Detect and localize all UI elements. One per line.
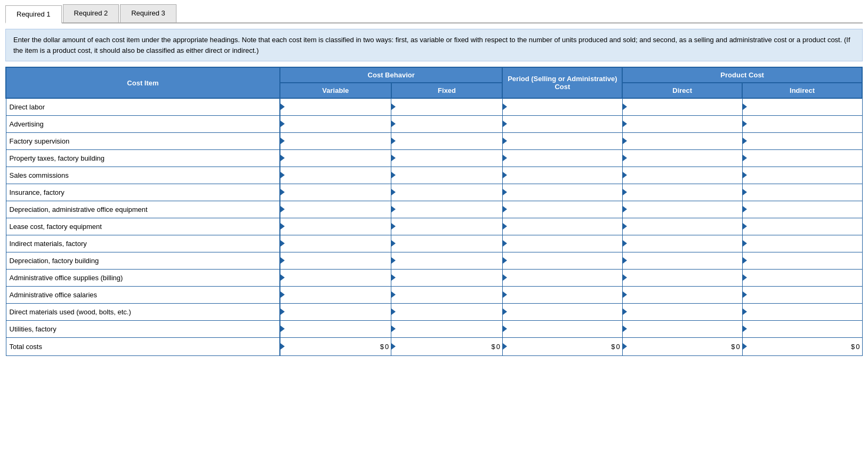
input-cell[interactable] — [742, 132, 862, 149]
dollar-sign-variable: $ — [380, 343, 384, 351]
input-cell[interactable] — [280, 149, 391, 167]
input-cell[interactable] — [622, 252, 742, 269]
input-cell[interactable] — [280, 132, 391, 149]
input-cell[interactable] — [622, 269, 742, 286]
input-cell[interactable] — [622, 184, 742, 201]
input-cell[interactable] — [280, 303, 391, 320]
input-cell[interactable] — [622, 98, 742, 115]
input-cell[interactable] — [502, 252, 622, 269]
input-cell[interactable] — [742, 98, 862, 115]
input-cell[interactable] — [502, 167, 622, 184]
cost-item-cell: Insurance, factory — [6, 184, 280, 201]
input-cell[interactable] — [502, 320, 622, 337]
input-cell[interactable] — [622, 132, 742, 149]
input-cell[interactable] — [502, 149, 622, 167]
cost-table: Cost Item Cost Behavior Period (Selling … — [5, 67, 863, 356]
dollar-sign-period: $ — [611, 343, 615, 351]
total-fixed-cell[interactable]: $0 — [391, 337, 503, 355]
input-cell[interactable] — [280, 201, 391, 218]
input-cell[interactable] — [622, 218, 742, 235]
input-cell[interactable] — [502, 218, 622, 235]
input-cell[interactable] — [622, 286, 742, 303]
input-cell[interactable] — [502, 184, 622, 201]
total-period-value: 0 — [616, 343, 620, 351]
input-cell[interactable] — [502, 235, 622, 252]
input-cell[interactable] — [391, 252, 503, 269]
input-cell[interactable] — [502, 115, 622, 132]
input-cell[interactable] — [742, 167, 862, 184]
input-cell[interactable] — [280, 252, 391, 269]
tab-bar: Required 1 Required 2 Required 3 — [5, 4, 863, 23]
cost-item-cell: Depreciation, administrative office equi… — [6, 201, 280, 218]
header-indirect: Indirect — [742, 83, 862, 98]
input-cell[interactable] — [742, 303, 862, 320]
input-cell[interactable] — [502, 98, 622, 115]
input-cell[interactable] — [391, 320, 503, 337]
input-cell[interactable] — [742, 269, 862, 286]
input-cell[interactable] — [622, 149, 742, 167]
input-cell[interactable] — [742, 235, 862, 252]
input-cell[interactable] — [502, 201, 622, 218]
input-cell[interactable] — [391, 269, 503, 286]
input-cell[interactable] — [502, 269, 622, 286]
input-cell[interactable] — [391, 303, 503, 320]
total-indirect-value: 0 — [856, 343, 859, 351]
header-fixed: Fixed — [391, 83, 503, 98]
total-indirect-cell[interactable]: $0 — [742, 337, 862, 355]
input-cell[interactable] — [391, 235, 503, 252]
input-cell[interactable] — [280, 286, 391, 303]
input-cell[interactable] — [280, 235, 391, 252]
cost-item-cell: Factory supervision — [6, 132, 280, 149]
table-row: Sales commissions — [6, 167, 862, 184]
input-cell[interactable] — [742, 252, 862, 269]
input-cell[interactable] — [742, 218, 862, 235]
input-cell[interactable] — [391, 201, 503, 218]
input-cell[interactable] — [742, 149, 862, 167]
input-cell[interactable] — [502, 286, 622, 303]
cost-item-cell: Sales commissions — [6, 167, 280, 184]
total-direct-cell[interactable]: $0 — [622, 337, 742, 355]
input-cell[interactable] — [280, 184, 391, 201]
tab-required-3[interactable]: Required 3 — [120, 4, 176, 22]
input-cell[interactable] — [391, 218, 503, 235]
input-cell[interactable] — [502, 132, 622, 149]
total-period-cell[interactable]: $0 — [502, 337, 622, 355]
cost-item-cell: Advertising — [6, 115, 280, 132]
input-cell[interactable] — [742, 286, 862, 303]
input-cell[interactable] — [391, 132, 503, 149]
input-cell[interactable] — [742, 320, 862, 337]
input-cell[interactable] — [280, 320, 391, 337]
total-variable-cell[interactable]: $0 — [280, 337, 391, 355]
input-cell[interactable] — [622, 115, 742, 132]
input-cell[interactable] — [742, 115, 862, 132]
input-cell[interactable] — [391, 286, 503, 303]
total-fixed-value: 0 — [496, 343, 500, 351]
table-row: Direct materials used (wood, bolts, etc.… — [6, 303, 862, 320]
input-cell[interactable] — [280, 115, 391, 132]
input-cell[interactable] — [742, 201, 862, 218]
table-row: Administrative office salaries — [6, 286, 862, 303]
dollar-sign-direct: $ — [731, 343, 735, 351]
input-cell[interactable] — [391, 167, 503, 184]
cost-item-cell: Utilities, factory — [6, 320, 280, 337]
input-cell[interactable] — [622, 167, 742, 184]
table-row: Administrative office supplies (billing) — [6, 269, 862, 286]
table-row: Insurance, factory — [6, 184, 862, 201]
input-cell[interactable] — [502, 303, 622, 320]
input-cell[interactable] — [622, 303, 742, 320]
input-cell[interactable] — [280, 98, 391, 115]
input-cell[interactable] — [280, 218, 391, 235]
input-cell[interactable] — [622, 235, 742, 252]
input-cell[interactable] — [391, 149, 503, 167]
input-cell[interactable] — [280, 269, 391, 286]
input-cell[interactable] — [280, 167, 391, 184]
input-cell[interactable] — [391, 115, 503, 132]
tab-required-2[interactable]: Required 2 — [63, 4, 119, 22]
tab-required-1[interactable]: Required 1 — [5, 5, 62, 23]
input-cell[interactable] — [622, 201, 742, 218]
input-cell[interactable] — [622, 320, 742, 337]
header-variable: Variable — [280, 83, 391, 98]
input-cell[interactable] — [391, 98, 503, 115]
input-cell[interactable] — [742, 184, 862, 201]
input-cell[interactable] — [391, 184, 503, 201]
